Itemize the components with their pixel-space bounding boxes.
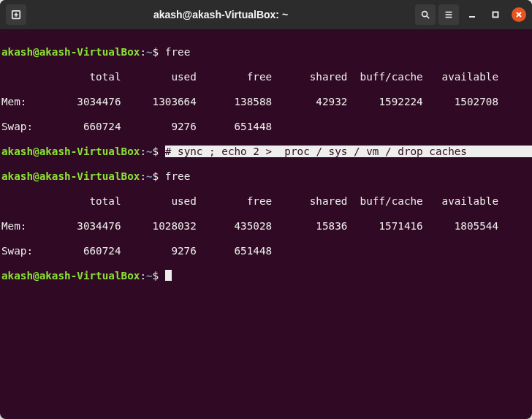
prompt-sep2: $ (153, 270, 159, 282)
prompt-path: ~ (146, 146, 153, 157)
prompt-host: akash@akash-VirtualBox (1, 170, 140, 182)
free1-mem-row: Mem: 3034476 1303664 138588 42932 159222… (1, 96, 531, 108)
svg-point-3 (422, 12, 428, 17)
window-title: akash@akash-VirtualBox: ~ (29, 9, 412, 20)
command-free-2: free (165, 170, 190, 182)
free1-swap-row: Swap: 660724 9276 651448 (1, 121, 531, 133)
prompt-line-3: akash@akash-VirtualBox:~$ free (1, 170, 531, 183)
prompt-path: ~ (146, 46, 153, 58)
prompt-line-4: akash@akash-VirtualBox:~$ (1, 270, 531, 282)
prompt-path: ~ (146, 170, 153, 182)
minimize-icon (468, 11, 476, 18)
free1-header: total used free shared buff/cache availa… (1, 71, 531, 83)
highlighted-command: # sync ; echo 2 > proc / sys / vm / drop… (165, 146, 467, 157)
search-icon (420, 10, 430, 20)
close-icon (515, 11, 522, 18)
new-tab-icon (11, 10, 21, 20)
maximize-button[interactable] (488, 7, 503, 22)
search-button[interactable] (415, 4, 436, 25)
prompt-sep1: : (140, 270, 146, 282)
command-free-1: free (165, 46, 190, 58)
highlight-pad (467, 146, 532, 157)
prompt-sep1: : (140, 46, 146, 58)
prompt-sep1: : (140, 170, 146, 182)
prompt-host: akash@akash-VirtualBox (1, 46, 140, 58)
free2-header: total used free shared buff/cache availa… (1, 195, 531, 208)
terminal-window: akash@akash-VirtualBox: ~ akash@akash-Vi… (0, 0, 532, 419)
titlebar: akash@akash-VirtualBox: ~ (0, 0, 532, 29)
prompt-host: akash@akash-VirtualBox (1, 270, 140, 282)
prompt-sep2: $ (153, 146, 159, 157)
free2-mem-row: Mem: 3034476 1028032 435028 15836 157141… (1, 220, 531, 233)
new-tab-button[interactable] (6, 4, 26, 25)
svg-rect-9 (493, 12, 498, 18)
close-button[interactable] (512, 7, 526, 22)
prompt-host: akash@akash-VirtualBox (1, 146, 140, 157)
prompt-sep2: $ (153, 46, 159, 58)
prompt-path: ~ (146, 270, 153, 282)
prompt-line-2: akash@akash-VirtualBox:~$ # sync ; echo … (1, 146, 531, 158)
prompt-line-1: akash@akash-VirtualBox:~$ free (1, 46, 531, 58)
cursor (165, 270, 172, 281)
hamburger-icon (444, 10, 454, 20)
svg-line-4 (427, 16, 430, 19)
window-controls (465, 7, 526, 22)
free2-swap-row: Swap: 660724 9276 651448 (1, 245, 531, 257)
prompt-sep2: $ (153, 170, 159, 182)
menu-button[interactable] (438, 4, 459, 25)
maximize-icon (492, 11, 499, 18)
prompt-sep1: : (140, 146, 146, 157)
minimize-button[interactable] (465, 7, 479, 22)
terminal-body[interactable]: akash@akash-VirtualBox:~$ free total use… (0, 29, 532, 419)
